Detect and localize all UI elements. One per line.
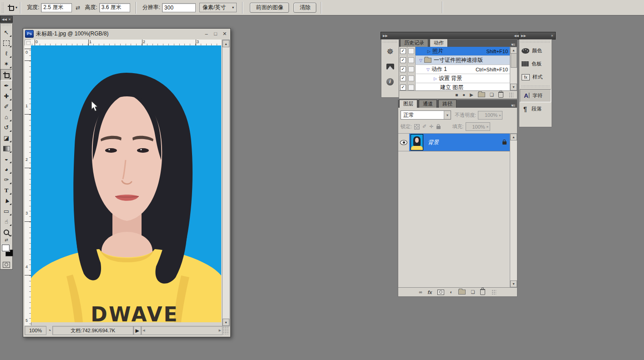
pen-tool[interactable]: ✑	[0, 175, 12, 185]
front-image-button[interactable]: 前面的图像	[250, 3, 289, 13]
swap-colors-icon[interactable]: ⇄	[0, 237, 12, 243]
resolution-input[interactable]: 300	[162, 3, 196, 12]
collapse-icon[interactable]: ▽	[426, 67, 430, 72]
new-set-icon[interactable]	[478, 92, 485, 97]
maximize-button[interactable]: □	[212, 31, 219, 36]
quick-mask-button[interactable]	[0, 260, 12, 269]
eyedropper-tool[interactable]: ✒	[0, 80, 12, 91]
minimize-button[interactable]: –	[203, 31, 210, 36]
slider-arrow-icon[interactable]: ▸	[499, 113, 501, 117]
clone-stamp-tool[interactable]: ⌂	[0, 112, 12, 122]
action-row-photo[interactable]: ✓ ▷ 照片 Shift+F10	[399, 47, 517, 56]
swatches-panel-button[interactable]: 色板	[519, 57, 552, 70]
delete-icon[interactable]	[498, 92, 503, 98]
action-row-make-layer[interactable]: ✓ 建立 图层	[399, 83, 517, 90]
vertical-scrollbar[interactable]: ▲ ▼	[222, 40, 230, 326]
brush-tool[interactable]: ✐	[0, 101, 12, 112]
collapse-icon[interactable]: ▽	[419, 58, 422, 63]
new-group-icon[interactable]	[458, 290, 466, 295]
scrollbar-thumb[interactable]	[511, 53, 517, 68]
toggle-dialog[interactable]	[407, 83, 416, 90]
type-tool[interactable]: T	[0, 185, 12, 195]
tools-grip[interactable]	[1, 24, 11, 26]
character-panel-button[interactable]: A 字符	[520, 89, 551, 102]
action-row-set[interactable]: ✓ ▽ 一寸证件照神速排版	[399, 56, 517, 65]
move-tool[interactable]: ↖	[0, 27, 12, 38]
layer-row-background[interactable]: 背景	[409, 134, 510, 151]
status-menu-icon[interactable]: ▶	[133, 326, 141, 335]
info-panel-button[interactable]: i	[381, 74, 399, 89]
scroll-right-icon[interactable]: ▶	[219, 329, 221, 332]
expand-icon[interactable]: ▷	[427, 49, 431, 54]
blur-tool[interactable]: ◒	[0, 154, 12, 164]
toggle-dialog[interactable]	[407, 74, 416, 83]
expand-icon[interactable]: ▶▶	[383, 34, 388, 38]
zoom-level-field[interactable]: 100%	[25, 326, 46, 335]
foreground-color-swatch[interactable]	[2, 245, 10, 251]
styles-panel-button[interactable]: fx 样式	[519, 70, 552, 84]
play-icon[interactable]: ▶	[470, 92, 473, 97]
width-input[interactable]: 2.5 厘米	[41, 3, 72, 12]
tab-paths[interactable]: 路径	[438, 100, 456, 108]
opacity-field[interactable]: 100% ▸	[478, 111, 502, 120]
expand-icon[interactable]: ▷	[434, 76, 437, 81]
scroll-up-icon[interactable]: ▲	[510, 47, 517, 54]
color-panel-button[interactable]: 颜色	[519, 44, 552, 57]
history-brush-tool[interactable]: ↺	[0, 122, 12, 133]
close-icon[interactable]: ✕	[551, 34, 553, 38]
lock-pixels-icon[interactable]: ✐	[422, 124, 426, 130]
lock-position-icon[interactable]: ✛	[429, 124, 433, 130]
toggle-dialog[interactable]	[407, 47, 416, 55]
histogram-panel-button[interactable]	[381, 59, 399, 74]
tab-layers[interactable]: 图层	[399, 100, 417, 108]
toggle-item-on[interactable]: ✓	[399, 65, 407, 74]
actions-scrollbar[interactable]: ▲ ▼	[510, 47, 517, 90]
scroll-down-icon[interactable]: ▼	[510, 84, 517, 90]
tab-channels[interactable]: 通道	[419, 100, 437, 108]
panel-menu-icon[interactable]: ▾≡	[509, 103, 517, 108]
tab-actions[interactable]: 动作	[430, 39, 448, 47]
collapse-icon[interactable]: ◀◀	[514, 34, 519, 38]
scroll-up-icon[interactable]: ▲	[510, 134, 517, 140]
magic-wand-tool[interactable]: ✶	[0, 59, 12, 69]
scroll-down-icon[interactable]: ▼	[510, 280, 517, 287]
expand-icon[interactable]: ▶▶	[521, 34, 526, 38]
fill-field[interactable]: 100% ▸	[466, 122, 490, 131]
lock-all-icon[interactable]	[436, 126, 441, 129]
rectangular-marquee-tool[interactable]	[0, 38, 12, 48]
horizontal-scrollbar[interactable]: ◀ ▶	[141, 326, 223, 335]
new-layer-icon[interactable]: ❏	[471, 290, 475, 295]
panel-menu-icon[interactable]: ▾≡	[509, 42, 517, 47]
resize-grip[interactable]	[492, 290, 496, 295]
resize-grip[interactable]	[509, 92, 513, 98]
lasso-tool[interactable]: ℓ	[0, 48, 12, 59]
resize-grip[interactable]	[223, 326, 229, 335]
height-input[interactable]: 3.6 厘米	[99, 3, 130, 12]
gradient-tool[interactable]	[0, 143, 12, 154]
clear-button[interactable]: 清除	[294, 3, 316, 13]
tab-history[interactable]: 历史记录	[400, 39, 428, 47]
zoom-tool[interactable]	[0, 227, 12, 237]
layer-visibility-toggle[interactable]	[398, 134, 410, 151]
action-row-action1[interactable]: ✓ ▽ 动作 1 Ctrl+Shift+F10	[399, 65, 517, 74]
paragraph-panel-button[interactable]: ¶ 段落	[519, 102, 552, 115]
shape-tool[interactable]: ▭	[0, 206, 12, 216]
layers-scrollbar[interactable]: ▲ ▼	[510, 134, 517, 287]
scroll-left-icon[interactable]: ◀	[142, 329, 145, 332]
toggle-item-on[interactable]: ✓	[399, 47, 407, 55]
navigator-panel-button[interactable]: ☸	[381, 44, 399, 59]
toggle-item-on[interactable]: ✓	[399, 83, 407, 90]
dock-grip[interactable]	[520, 40, 551, 43]
new-action-icon[interactable]: ❏	[490, 92, 494, 97]
record-icon[interactable]: ●	[462, 92, 465, 97]
slider-arrow-icon[interactable]: ▸	[487, 125, 489, 129]
toggle-item-on[interactable]: ✓	[399, 56, 407, 65]
lock-transparency-icon[interactable]	[414, 124, 420, 130]
healing-brush-tool[interactable]: ✚	[0, 91, 12, 101]
path-selection-tool[interactable]: ▶	[0, 195, 12, 206]
close-button[interactable]: ✕	[221, 31, 228, 37]
canvas-id-photo[interactable]: DWAVE	[31, 45, 221, 322]
eraser-tool[interactable]: ◪	[0, 133, 12, 143]
toggle-dialog[interactable]	[407, 56, 416, 65]
adjustment-layer-icon[interactable]: ◐	[450, 290, 452, 295]
